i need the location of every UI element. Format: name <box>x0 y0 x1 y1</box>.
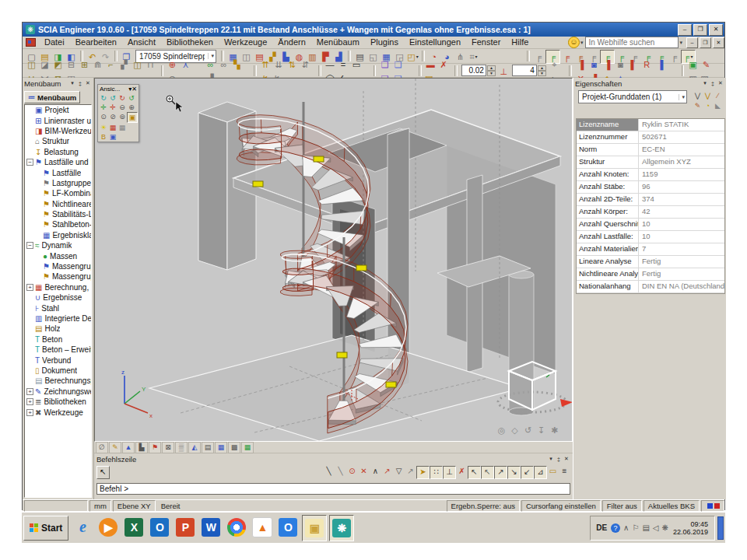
property-value[interactable]: 502671 <box>639 131 724 143</box>
taskbar-vlc[interactable]: ▲ <box>251 515 274 540</box>
property-row[interactable]: Anzahl Materialien:7 <box>577 243 724 256</box>
property-value[interactable]: Allgemein XYZ <box>639 156 724 168</box>
snap-tool-icon[interactable]: ↗ <box>494 466 507 479</box>
snap-size-spinner[interactable]: 0.02 ▲▼ <box>461 65 496 76</box>
tray-icon[interactable]: ◁ <box>653 523 659 532</box>
cad-tool-icon[interactable]: ⇵ <box>299 58 312 71</box>
cad-tool-icon[interactable]: ⊕ <box>166 58 179 71</box>
property-row[interactable]: Lizenznummer502671 <box>577 131 724 144</box>
status-cursor-snap[interactable]: Cursorfang einstellen <box>521 500 601 512</box>
tree-item[interactable]: ↧Belastung <box>25 147 91 157</box>
zoom-tool-icon[interactable]: ⊚ <box>117 112 127 121</box>
snap-tool-icon[interactable]: ∧ <box>370 466 381 478</box>
taskbar-word[interactable]: W <box>199 515 223 540</box>
child-restore-button[interactable]: ❐ <box>700 37 711 48</box>
cad-tool-icon[interactable]: ∞ <box>217 58 230 71</box>
tree-item[interactable]: +≣Bibliotheken <box>25 397 91 407</box>
panel-menu-icon[interactable]: ▾ <box>701 80 709 86</box>
property-value[interactable]: 10 <box>639 231 724 243</box>
view-control-icon[interactable]: ◇ <box>508 424 521 436</box>
tree-item[interactable]: ⚑Stahlbeton-LFK <box>25 219 91 229</box>
view-tab-icon[interactable]: ▦ <box>241 442 254 453</box>
restore-button[interactable]: ❐ <box>693 24 707 36</box>
line-style-icon[interactable]: = <box>337 58 350 71</box>
close-icon[interactable]: ✕ <box>717 80 724 86</box>
property-value[interactable]: 374 <box>639 194 724 205</box>
property-value[interactable]: 1159 <box>639 169 724 180</box>
snap-tool-icon[interactable]: ➤ <box>416 466 430 479</box>
snap-tool-icon[interactable]: ≡ <box>559 466 570 478</box>
taskbar-powerpoint[interactable]: P <box>174 515 197 540</box>
property-value[interactable]: 7 <box>639 243 724 255</box>
cad-tool-icon[interactable]: ⌐ <box>104 58 117 71</box>
tree-item[interactable]: ▤Berechnungsprotokoll <box>25 376 91 386</box>
status-plane[interactable]: Ebene XY <box>113 500 156 512</box>
taskbar-chrome[interactable] <box>225 515 248 540</box>
render-tool-icon[interactable]: ▣ <box>686 58 700 71</box>
property-value[interactable]: EC-EN <box>639 144 724 156</box>
view-tab-icon[interactable]: ▙ <box>135 442 148 453</box>
properties-panel-header[interactable]: Eigenschaften ▾ ‡ ✕ <box>573 78 726 89</box>
snap-tool-icon[interactable]: ╲ <box>335 466 346 478</box>
menu-datei[interactable]: Datei <box>39 37 70 48</box>
tree-item[interactable]: TVerbund <box>25 355 91 365</box>
view-control-icon[interactable]: ↧ <box>535 424 548 436</box>
tree-item[interactable]: ⚑Massengruppen-Kon <box>25 271 91 282</box>
tree-item[interactable]: ●Massen <box>25 250 91 261</box>
clip-tool-icon[interactable]: ▣ <box>108 132 117 142</box>
start-button[interactable]: Start <box>23 516 68 541</box>
help-smiley-icon[interactable]: ☺ <box>568 37 580 48</box>
taskbar-excel[interactable]: X <box>122 515 146 540</box>
tray-icon[interactable]: ▤ <box>642 523 649 532</box>
chevron-down-icon[interactable]: ▾ <box>679 40 682 46</box>
property-row[interactable]: StrukturAllgemein XYZ <box>577 156 724 169</box>
property-row[interactable]: NationalanhangDIN EN NA (Deutschland) <box>577 281 724 293</box>
grid-step-spinner[interactable]: 4 ▲▼ <box>512 65 546 76</box>
status-result-lock[interactable]: Ergebn.Sperre: aus <box>447 500 520 512</box>
taskbar-outlook[interactable]: O <box>148 515 171 540</box>
cad-tool-icon[interactable]: ⊞ <box>78 58 91 71</box>
show-desktop-button[interactable] <box>717 516 724 540</box>
spin-up-icon[interactable]: ▲ <box>487 65 496 71</box>
snap-tool-icon[interactable]: ↘ <box>507 466 521 479</box>
calc-tool-icon[interactable]: ⋔ <box>454 51 467 63</box>
pin-icon[interactable]: ‡ <box>555 457 563 462</box>
clip-tool-icon[interactable]: B <box>99 132 108 142</box>
document-icon[interactable] <box>26 38 36 47</box>
view-tab-icon[interactable]: ◭ <box>188 442 201 453</box>
command-input[interactable] <box>96 483 570 495</box>
result-tool-icon[interactable]: R <box>640 58 654 71</box>
property-row[interactable]: Anzahl Querschnitte:10 <box>577 219 724 231</box>
tree-item[interactable]: ▤Holz <box>25 324 91 334</box>
snap-tool-icon[interactable]: ↗ <box>405 466 416 478</box>
tray-icon[interactable]: ∧ <box>623 523 629 532</box>
tree-expander-icon[interactable]: − <box>26 159 33 166</box>
cad-tool-icon[interactable]: ∞ <box>204 58 217 71</box>
snap-tool-icon[interactable]: ✕ <box>358 466 370 478</box>
tree-item[interactable]: −⚑Lastfälle und LF-Kombin <box>25 157 91 167</box>
page-tool-icon[interactable]: ❏ <box>391 58 405 71</box>
cad-tool-icon[interactable]: ◫ <box>131 58 144 71</box>
result-tool-icon[interactable]: ◙ <box>587 58 601 71</box>
snap-size-value[interactable]: 0.02 <box>461 65 486 76</box>
view-control-icon[interactable]: ◎ <box>495 424 508 436</box>
tree-item[interactable]: ▯Dokument <box>25 366 91 376</box>
cad-tool-icon[interactable]: ⇈ <box>259 58 272 71</box>
cad-tool-icon[interactable]: ◩ <box>51 58 65 71</box>
pointer-tool-button[interactable]: ↖ <box>96 466 110 479</box>
property-row[interactable]: Anzahl Knoten:1159 <box>577 169 724 181</box>
view-control-icon[interactable]: ↺ <box>521 424 535 436</box>
snap-tool-icon[interactable]: ↙ <box>521 466 534 479</box>
view-tab-icon[interactable]: ▲ <box>122 442 135 453</box>
tree-expander-icon[interactable]: + <box>26 409 33 416</box>
panel-menu-icon[interactable]: ▾ <box>68 80 76 86</box>
menu-tree-panel-header[interactable]: Menübaum ▾ ‡ ✕ <box>23 78 93 89</box>
tree-expander-icon[interactable]: + <box>26 388 33 395</box>
property-value[interactable]: Fertig <box>639 268 724 280</box>
edit-icon[interactable]: ◣ <box>713 100 723 110</box>
property-value[interactable]: 10 <box>639 219 724 230</box>
spin-down-icon[interactable]: ▼ <box>487 71 496 76</box>
property-row[interactable]: Lineare AnalyseFertig <box>577 256 724 268</box>
property-value[interactable]: DIN EN NA (Deutschland) <box>639 281 724 292</box>
misc-tool-icon[interactable]: ▬ <box>424 58 437 71</box>
